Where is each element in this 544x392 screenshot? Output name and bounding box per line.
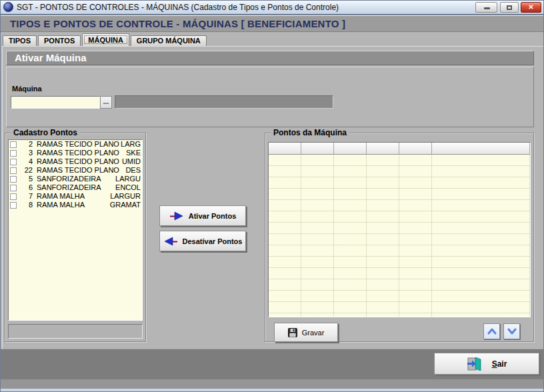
- pontos-maquina-grid[interactable]: [268, 142, 531, 317]
- machine-label: Máquina: [12, 85, 42, 93]
- page-header: TIPOS E PONTOS DE CONTROLE - MÁQUINAS [ …: [1, 15, 544, 32]
- machine-name: RAMAS TECIDO PLANO: [37, 157, 122, 166]
- list-item[interactable]: 22RAMAS TECIDO PLANODES: [9, 166, 142, 175]
- point-name: SKE: [126, 149, 141, 157]
- point-number: 5: [19, 175, 33, 183]
- grid-header-row: [269, 143, 530, 155]
- grid-header-cell[interactable]: [432, 143, 530, 155]
- point-number: 3: [19, 149, 33, 157]
- point-number: 2: [19, 140, 33, 149]
- cadastro-pontos-footer-panel: [8, 324, 143, 339]
- arrow-right-icon: [169, 211, 184, 221]
- title-bar[interactable]: SGT - PONTOS DE CONTROLES - MÁQUINAS (Ca…: [1, 1, 544, 15]
- tab-grupo-máquina[interactable]: GRUPO MÁQUINA: [131, 35, 207, 46]
- point-number: 6: [19, 183, 33, 192]
- arrow-left-icon: [163, 237, 178, 246]
- tab-strip: TIPOSPONTOSMÁQUINAGRUPO MÁQUINA: [2, 33, 543, 46]
- machine-code-input[interactable]: [11, 96, 100, 109]
- ativar-pontos-button[interactable]: Ativar Pontos: [159, 205, 246, 226]
- point-number: 7: [19, 192, 33, 201]
- app-window: SGT - PONTOS DE CONTROLES - MÁQUINAS (Ca…: [0, 0, 544, 392]
- list-item[interactable]: 8RAMA MALHAGRAMAT: [9, 201, 142, 209]
- chevron-down-icon: [507, 328, 517, 335]
- item-checkbox[interactable]: [10, 150, 17, 157]
- desativar-pontos-button[interactable]: Desativar Pontos: [159, 231, 246, 251]
- gravar-button[interactable]: Gravar: [274, 323, 338, 342]
- list-item[interactable]: 6SANFORIZADEIRAENCOL: [9, 183, 142, 192]
- list-item[interactable]: 2RAMAS TECIDO PLANOLARG: [9, 140, 142, 149]
- point-name: LARGU: [115, 175, 141, 183]
- window-frame-bottom: [1, 389, 544, 392]
- point-number: 4: [19, 157, 33, 166]
- maximize-button[interactable]: [500, 2, 519, 13]
- section-title: Ativar Máquina: [15, 52, 87, 63]
- point-number: 22: [19, 166, 33, 175]
- cadastro-pontos-list[interactable]: 2RAMAS TECIDO PLANOLARG3RAMAS TECIDO PLA…: [8, 139, 143, 321]
- maximize-icon: [507, 5, 512, 10]
- sair-label: Sair: [492, 359, 507, 369]
- grid-header-cell[interactable]: [334, 143, 367, 155]
- grid-column-line: [366, 155, 367, 317]
- machine-name: RAMAS TECIDO PLANO: [37, 140, 121, 149]
- minimize-icon: [484, 7, 490, 9]
- list-item[interactable]: 7RAMA MALHALARGUR: [9, 192, 142, 201]
- item-checkbox[interactable]: [10, 167, 17, 174]
- section-band: Ativar Máquina: [6, 51, 534, 65]
- tab-pontos[interactable]: PONTOS: [38, 35, 81, 46]
- grid-column-line: [333, 155, 334, 317]
- machine-name: RAMAS TECIDO PLANO: [37, 149, 126, 157]
- machine-name: RAMA MALHA: [37, 192, 110, 201]
- bottom-strip: [1, 379, 544, 389]
- machine-name: SANFORIZADEIRA: [37, 183, 115, 192]
- close-button[interactable]: ✕: [521, 2, 541, 13]
- page-title: TIPOS E PONTOS DE CONTROLE - MÁQUINAS [ …: [10, 18, 345, 29]
- desativar-pontos-label: Desativar Pontos: [183, 237, 243, 245]
- item-checkbox[interactable]: [10, 202, 17, 209]
- point-name: DES: [125, 166, 141, 175]
- list-item[interactable]: 4RAMAS TECIDO PLANOUMID: [9, 157, 142, 166]
- item-checkbox[interactable]: [10, 193, 17, 200]
- save-floppy-icon: [288, 328, 297, 337]
- pontos-maquina-groupbox: Pontos da Máquina: [265, 133, 534, 342]
- machine-name: RAMAS TECIDO PLANO: [37, 166, 125, 175]
- grid-column-line: [301, 155, 301, 317]
- item-checkbox[interactable]: [10, 159, 17, 165]
- pontos-maquina-title: Pontos da Máquina: [271, 128, 349, 137]
- point-name: UMID: [122, 157, 141, 166]
- item-checkbox[interactable]: [10, 141, 17, 148]
- grid-header-cell[interactable]: [399, 143, 432, 155]
- point-name: ENCOL: [115, 183, 141, 192]
- point-name: LARGUR: [110, 192, 141, 201]
- grid-body[interactable]: [269, 155, 530, 317]
- machine-name: RAMA MALHA: [37, 201, 110, 209]
- grid-header-cell[interactable]: [367, 143, 399, 155]
- grid-header-cell[interactable]: [301, 143, 334, 155]
- move-down-button[interactable]: [503, 323, 520, 339]
- point-name: LARG: [121, 140, 141, 149]
- grid-column-line: [399, 155, 399, 317]
- item-checkbox[interactable]: [10, 176, 17, 183]
- item-checkbox[interactable]: [10, 185, 17, 191]
- close-icon: ✕: [528, 3, 533, 11]
- cadastro-pontos-groupbox: Cadastro Pontos 2RAMAS TECIDO PLANOLARG3…: [5, 133, 146, 342]
- list-item[interactable]: 3RAMAS TECIDO PLANOSKE: [9, 149, 142, 157]
- sair-button[interactable]: Sair: [434, 353, 539, 375]
- point-number: 8: [19, 201, 33, 209]
- grid-column-line: [431, 155, 432, 317]
- minimize-button[interactable]: [475, 2, 497, 13]
- move-up-button[interactable]: [483, 323, 500, 339]
- chevron-up-icon: [487, 328, 497, 335]
- gravar-label: Gravar: [302, 329, 325, 337]
- machine-name: SANFORIZADEIRA: [37, 175, 115, 183]
- tab-tipos[interactable]: TIPOS: [3, 35, 37, 46]
- machine-browse-button[interactable]: ...: [100, 96, 112, 109]
- grid-header-cell[interactable]: [269, 143, 301, 155]
- cadastro-pontos-title: Cadastro Pontos: [11, 128, 80, 137]
- machine-form-panel: Máquina ...: [6, 67, 534, 127]
- list-item[interactable]: 5SANFORIZADEIRALARGU: [9, 175, 142, 183]
- app-icon: [3, 2, 13, 12]
- point-name: GRAMAT: [110, 201, 141, 209]
- exit-door-icon: [467, 357, 483, 371]
- tab-máquina[interactable]: MÁQUINA: [82, 33, 129, 46]
- machine-name-display: [115, 95, 333, 109]
